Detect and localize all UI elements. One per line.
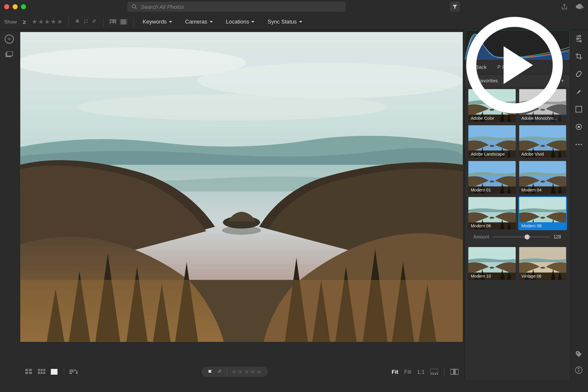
svg-point-93 (579, 35, 581, 37)
photo-type-icon (109, 19, 116, 25)
star-icon: ★ (38, 18, 44, 26)
healing-brush-icon[interactable] (574, 70, 583, 78)
svg-point-86 (490, 267, 494, 269)
svg-rect-35 (41, 372, 43, 374)
flag-rejected-icon[interactable] (217, 369, 223, 375)
locations-dropdown[interactable]: Locations (223, 17, 258, 26)
rating-stars[interactable]: ★★★★★ (231, 368, 262, 375)
before-after-icon[interactable] (450, 368, 459, 375)
rating-flag-pill: ★★★★★ (201, 367, 268, 377)
divider (444, 368, 444, 376)
cloud-sync-icon[interactable] (575, 3, 584, 10)
star-icon: ★ (231, 368, 237, 375)
window-minimize-button[interactable] (13, 4, 18, 9)
zoom-fill-button[interactable]: Fill (404, 369, 411, 375)
brush-icon[interactable] (574, 87, 583, 96)
svg-point-54 (490, 109, 494, 111)
star-icon: ★ (44, 18, 50, 26)
tool-rail (569, 30, 588, 380)
my-photos-icon[interactable] (6, 51, 13, 57)
share-icon[interactable] (561, 3, 568, 10)
flag-picked-icon[interactable] (207, 369, 213, 375)
star-icon: ★ (57, 18, 63, 26)
show-label: Show (4, 19, 17, 25)
search-placeholder: Search All Photos (141, 4, 184, 10)
svg-point-78 (490, 217, 494, 219)
svg-rect-11 (120, 22, 121, 23)
flag-picked-icon (75, 19, 81, 25)
info-icon[interactable] (574, 366, 583, 374)
square-grid-view-button[interactable] (37, 368, 46, 375)
svg-rect-14 (126, 21, 127, 21)
search-icon (132, 4, 138, 10)
zoom-1to1-button[interactable]: 1:1 (417, 369, 425, 375)
star-icon: ★ (32, 18, 37, 26)
svg-rect-31 (38, 369, 40, 371)
svg-rect-47 (450, 369, 453, 374)
radial-gradient-icon[interactable] (574, 123, 583, 131)
svg-rect-42 (430, 369, 438, 373)
profile-preset[interactable]: Modern 10 (468, 247, 516, 280)
add-button[interactable]: + (5, 34, 14, 44)
tag-icon[interactable] (574, 350, 583, 358)
profile-preset[interactable]: Vintage 06 (519, 247, 566, 280)
svg-point-5 (111, 20, 112, 21)
center-area: ★★★★★ Fit Fill 1:1 (19, 30, 465, 380)
rating-filter[interactable]: ★★★★★ (32, 18, 62, 26)
more-icon[interactable] (574, 140, 583, 149)
sync-status-dropdown[interactable]: Sync Status (264, 17, 306, 26)
window-close-button[interactable] (4, 4, 9, 9)
media-type-filter[interactable] (109, 19, 127, 25)
amount-slider[interactable] (493, 235, 550, 240)
flag-unflagged-icon (83, 19, 89, 25)
window-maximize-button[interactable] (21, 4, 26, 9)
flag-filter[interactable] (75, 19, 97, 25)
divider (64, 367, 64, 376)
zoom-fit-button[interactable]: Fit (392, 369, 398, 375)
svg-point-101 (578, 126, 580, 128)
svg-rect-29 (25, 372, 28, 374)
svg-rect-18 (7, 51, 13, 56)
edit-sliders-icon[interactable] (574, 34, 583, 43)
profile-preset[interactable]: Adobe Landscape (468, 125, 516, 158)
photo-canvas[interactable] (20, 32, 463, 362)
profile-label: Modern 01 (468, 186, 516, 194)
profile-label: Adobe Monochro… (519, 114, 566, 121)
amount-slider-row: Amount 128 (468, 233, 566, 244)
cameras-dropdown[interactable]: Cameras (182, 17, 216, 26)
svg-rect-98 (576, 71, 582, 77)
svg-point-90 (540, 267, 545, 269)
amount-label: Amount (473, 235, 489, 240)
profiles-grid: Adobe Color Adobe Monochro… Adobe Landsc… (465, 86, 569, 380)
svg-point-66 (540, 145, 545, 147)
profile-preset[interactable]: Adobe Vivid (519, 125, 566, 158)
left-sidebar: + (0, 30, 19, 380)
detail-view-button[interactable] (50, 368, 59, 375)
profile-preset[interactable]: Modern 04 (519, 161, 566, 194)
play-icon (504, 46, 533, 84)
linear-gradient-icon[interactable] (574, 105, 583, 114)
grid-view-button[interactable] (24, 368, 34, 375)
svg-rect-33 (43, 369, 45, 371)
crop-icon[interactable] (574, 52, 583, 61)
star-icon: ★ (238, 368, 243, 375)
filter-button[interactable] (450, 2, 460, 12)
search-input[interactable]: Search All Photos (127, 2, 346, 12)
chevron-down-icon (209, 19, 213, 24)
rating-operator[interactable]: ≥ (23, 18, 26, 25)
svg-rect-28 (29, 369, 32, 371)
dropdown-label: Locations (226, 19, 249, 25)
plus-icon: + (7, 36, 11, 42)
svg-point-108 (578, 368, 579, 369)
profile-preset[interactable]: Modern 01 (468, 161, 516, 194)
profile-preset[interactable]: Modern 08 (519, 197, 566, 230)
play-overlay-button[interactable] (466, 17, 563, 114)
sort-button[interactable] (69, 369, 78, 375)
svg-rect-9 (120, 19, 121, 20)
keywords-dropdown[interactable]: Keywords (139, 17, 176, 26)
video-type-icon (120, 19, 127, 25)
zoom-grid-icon[interactable] (430, 369, 438, 375)
profile-preset[interactable]: Modern 06 (468, 197, 516, 230)
titlebar: Search All Photos (0, 0, 588, 14)
svg-rect-34 (38, 372, 40, 374)
